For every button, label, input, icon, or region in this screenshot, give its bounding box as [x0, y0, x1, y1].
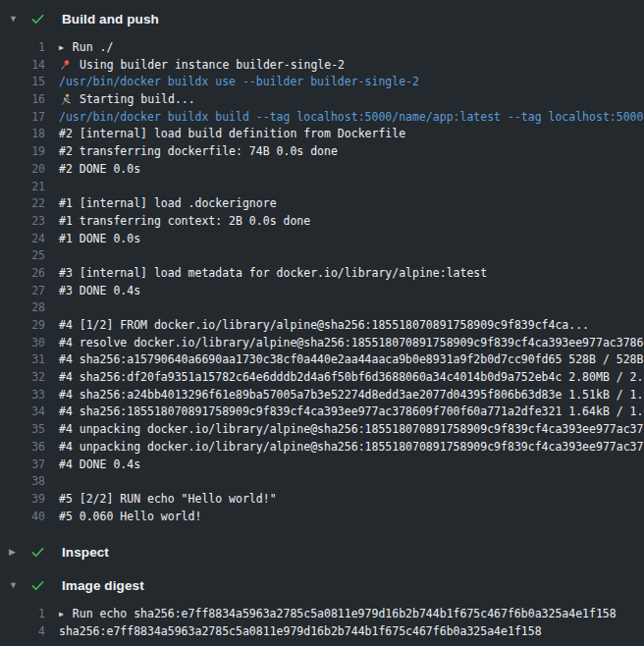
log-line: 22#1 [internal] load .dockerignore: [0, 195, 644, 213]
log-line: 30#4 resolve docker.io/library/alpine@sh…: [0, 335, 644, 352]
line-number[interactable]: 34: [0, 404, 45, 421]
line-number[interactable]: 27: [0, 283, 45, 300]
log-text: #4 [1/2] FROM docker.io/library/alpine@s…: [59, 317, 589, 335]
log-text-value: #4 resolve docker.io/library/alpine@sha2…: [59, 335, 644, 352]
log-text-value: #4 [1/2] FROM docker.io/library/alpine@s…: [59, 317, 589, 335]
log-line: 40#5 0.060 Hello world!: [0, 509, 644, 526]
log-text-value: #3 DONE 0.4s: [59, 283, 140, 300]
line-number[interactable]: 39: [0, 491, 45, 509]
log-text: #4 DONE 0.4s: [59, 457, 140, 474]
chevron-down-icon[interactable]: ▼: [9, 574, 23, 596]
line-number[interactable]: 31: [0, 351, 45, 369]
log-text: #4 sha256:185518070891758909c9f839cf4ca3…: [59, 404, 644, 421]
line-number[interactable]: 26: [0, 265, 45, 283]
log-line: 26#3 [internal] load metadata for docker…: [0, 265, 644, 283]
section-header[interactable]: ▶Inspect: [0, 541, 644, 563]
log-text: /usr/bin/docker buildx use --builder bui…: [59, 74, 419, 91]
log-lines: 1▶Run echo sha256:e7ff8834a5963a2785c5a0…: [0, 606, 644, 640]
log-text: Using builder instance builder-single-2: [59, 57, 345, 75]
log-text-value: #4 sha256:df20fa9351a15782c64e6dddb2d4a6…: [59, 369, 644, 387]
line-number[interactable]: 19: [0, 143, 45, 161]
log-line: 25: [0, 247, 644, 265]
log-text: #5 0.060 Hello world!: [59, 509, 201, 526]
log-line: 17/usr/bin/docker buildx build --tag loc…: [0, 109, 644, 127]
log-line: 19#2 transferring dockerfile: 74B 0.0s d…: [0, 143, 644, 161]
workflow-log: ▼Build and push1▶Run ./14Using builder i…: [0, 0, 644, 641]
log-text: #2 [internal] load build definition from…: [59, 126, 405, 143]
chevron-down-icon[interactable]: ▼: [9, 8, 23, 29]
line-number[interactable]: 14: [0, 57, 45, 75]
line-number[interactable]: 35: [0, 421, 45, 439]
section-header[interactable]: ▼Build and push: [0, 8, 644, 29]
line-number[interactable]: 16: [0, 91, 45, 109]
log-text: /usr/bin/docker buildx build --tag local…: [59, 109, 643, 127]
log-line: 20#2 DONE 0.0s: [0, 161, 644, 179]
log-text-value: Run ./: [73, 39, 114, 57]
log-line: 4sha256:e7ff8834a5963a2785c5a0811e979d16…: [0, 623, 644, 641]
runner-icon: [59, 93, 72, 106]
line-number[interactable]: 18: [0, 126, 45, 143]
line-number[interactable]: 17: [0, 109, 45, 127]
log-text-value: #4 sha256:a24bb4013296f61e89ba57005a7b3e…: [59, 387, 644, 404]
line-number[interactable]: 25: [0, 247, 45, 265]
log-text-value: #1 transferring context: 2B 0.0s done: [59, 213, 310, 231]
line-number[interactable]: 23: [0, 213, 45, 231]
log-text: ▶Run ./: [59, 39, 113, 57]
line-number[interactable]: 20: [0, 161, 45, 179]
log-text: Starting build...: [59, 91, 195, 109]
log-line: 32#4 sha256:df20fa9351a15782c64e6dddb2d4…: [0, 369, 644, 387]
line-number[interactable]: 22: [0, 195, 45, 213]
success-check-icon: [30, 578, 48, 593]
log-text: #3 DONE 0.4s: [59, 283, 140, 300]
expand-step-icon[interactable]: ▶: [59, 606, 64, 623]
line-number[interactable]: 4: [0, 623, 45, 641]
log-line: 35#4 unpacking docker.io/library/alpine@…: [0, 421, 644, 439]
line-number[interactable]: 33: [0, 387, 45, 404]
log-text: #4 resolve docker.io/library/alpine@sha2…: [59, 335, 644, 352]
log-text-value: #2 [internal] load build definition from…: [59, 126, 405, 143]
chevron-right-icon[interactable]: ▶: [9, 541, 23, 563]
line-number[interactable]: 32: [0, 369, 45, 387]
pushpin-icon: [59, 59, 72, 72]
log-text-value: sha256:e7ff8834a5963a2785c5a0811e979d16b…: [59, 623, 542, 641]
log-text-value: #2 DONE 0.0s: [59, 161, 140, 179]
line-number[interactable]: 36: [0, 439, 45, 457]
line-number[interactable]: 24: [0, 231, 45, 248]
line-number[interactable]: 30: [0, 335, 45, 352]
success-check-icon: [30, 12, 48, 27]
log-line: 14Using builder instance builder-single-…: [0, 57, 644, 75]
line-number[interactable]: 15: [0, 74, 45, 91]
line-number[interactable]: 21: [0, 179, 45, 196]
line-number[interactable]: 40: [0, 509, 45, 526]
log-text-value: Run echo sha256:e7ff8834a5963a2785c5a081…: [73, 606, 617, 623]
log-line: 24#1 DONE 0.0s: [0, 231, 644, 248]
line-number[interactable]: 29: [0, 317, 45, 335]
line-number[interactable]: 1: [0, 39, 45, 57]
log-text: #4 unpacking docker.io/library/alpine@sh…: [59, 421, 644, 439]
log-line: 36#4 unpacking docker.io/library/alpine@…: [0, 439, 644, 457]
log-text-value: #5 0.060 Hello world!: [59, 509, 201, 526]
log-text: #4 sha256:df20fa9351a15782c64e6dddb2d4a6…: [59, 369, 644, 387]
log-text: sha256:e7ff8834a5963a2785c5a0811e979d16b…: [59, 623, 542, 641]
log-text-value: /usr/bin/docker buildx build --tag local…: [59, 109, 643, 127]
log-text-value: /usr/bin/docker buildx use --builder bui…: [59, 74, 419, 91]
log-text-value: Starting build...: [80, 91, 195, 109]
log-text: #1 DONE 0.0s: [59, 231, 140, 248]
section-header[interactable]: ▼Image digest: [0, 574, 644, 596]
log-line: 33#4 sha256:a24bb4013296f61e89ba57005a7b…: [0, 387, 644, 404]
section-title: Inspect: [62, 545, 109, 560]
line-number[interactable]: 38: [0, 473, 45, 491]
log-line: 23#1 transferring context: 2B 0.0s done: [0, 213, 644, 231]
log-text: #1 [internal] load .dockerignore: [59, 195, 277, 213]
line-number[interactable]: 37: [0, 457, 45, 474]
line-number[interactable]: 28: [0, 299, 45, 317]
expand-step-icon[interactable]: ▶: [59, 39, 64, 57]
log-text-value: #1 DONE 0.0s: [59, 231, 140, 248]
section-title: Image digest: [62, 578, 144, 593]
log-line: 16Starting build...: [0, 91, 644, 109]
log-section-inspect: ▶Inspect: [0, 541, 644, 563]
log-line: 29#4 [1/2] FROM docker.io/library/alpine…: [0, 317, 644, 335]
log-line: 37#4 DONE 0.4s: [0, 457, 644, 474]
line-number[interactable]: 1: [0, 606, 45, 623]
log-line: 1▶Run echo sha256:e7ff8834a5963a2785c5a0…: [0, 606, 644, 623]
